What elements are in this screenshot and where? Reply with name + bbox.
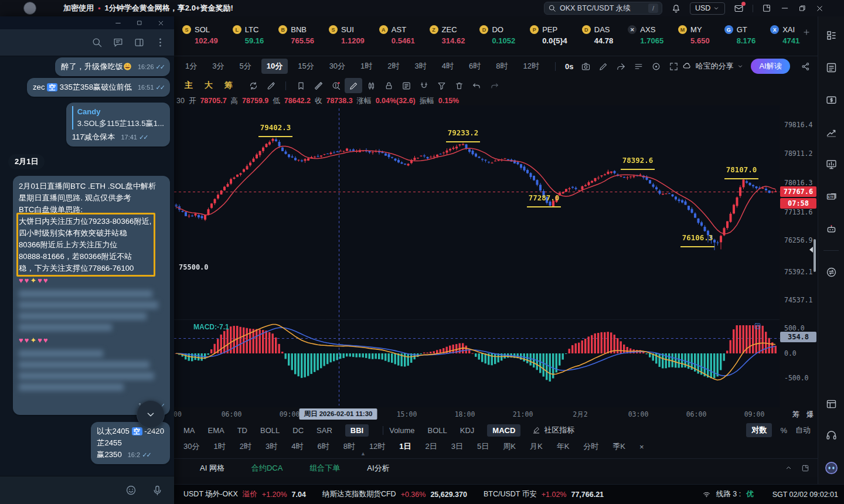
notifications-bell-icon[interactable] (671, 4, 681, 13)
indicator-DC[interactable]: DC (292, 426, 304, 435)
zoom-candle-icon[interactable] (327, 78, 345, 93)
popout-panel-icon[interactable] (801, 464, 809, 472)
chat-message[interactable]: Candy3.SOL多115芷113.5赢1...117减仓保本17:41 ✓✓ (66, 103, 170, 147)
scale-control-对数[interactable]: 对数 (746, 423, 772, 437)
sidebar-grid-icon[interactable] (825, 29, 838, 42)
chat-close-button[interactable] (157, 19, 165, 27)
sidebar-trend-icon[interactable] (825, 126, 838, 138)
sidebar-wallet-icon[interactable] (825, 94, 838, 106)
timeframe-5分[interactable]: 5分 (234, 59, 256, 74)
sub-indicator-MACD[interactable]: MACD (487, 424, 520, 437)
timeframe-3分[interactable]: 3分 (207, 59, 229, 74)
timeframe-4时[interactable]: 4时 (437, 59, 459, 74)
voice-message-icon[interactable] (151, 484, 164, 496)
period-分时[interactable]: 分时 (583, 441, 598, 452)
ticker-item[interactable]: DDO0.1052 (479, 25, 515, 47)
ticker-item[interactable]: AAST0.5461 (379, 25, 415, 47)
search-input[interactable]: OKX BTC/USDT 永续 / (544, 2, 662, 15)
edit-icon[interactable] (594, 59, 612, 74)
replay-icon[interactable] (244, 78, 262, 93)
indicator-EMA[interactable]: EMA (208, 426, 224, 435)
axis-scroll-handle[interactable] (814, 239, 816, 272)
bookmark-icon[interactable] (292, 78, 309, 93)
target-icon[interactable] (647, 59, 665, 74)
bottom-tab[interactable]: AI分析 (367, 463, 389, 474)
sidebar-support-icon[interactable] (825, 429, 838, 441)
minimize-button[interactable] (780, 4, 789, 13)
chart-tab-大[interactable]: 大 (205, 80, 213, 91)
currency-dropdown[interactable]: USD (690, 2, 725, 15)
list-icon[interactable] (629, 59, 647, 74)
sub-indicator-Volume[interactable]: Volume (389, 426, 414, 435)
reply-quote[interactable]: Candy3.SOL多115芷113.5赢1... (72, 106, 164, 130)
magnet-icon[interactable] (415, 78, 433, 93)
ticker-item[interactable]: MMY5.650 (678, 25, 710, 47)
chat-menu-icon[interactable] (155, 37, 166, 48)
timeframe-2时[interactable]: 2时 (382, 59, 404, 74)
chart-tab-筹[interactable]: 筹 (224, 80, 233, 91)
period-4时[interactable]: 4时 (291, 441, 303, 452)
fullscreen-icon[interactable] (665, 59, 682, 74)
note-icon[interactable] (397, 78, 415, 93)
period-年K[interactable]: 年K (557, 441, 570, 452)
scale-control-%[interactable]: % (780, 426, 787, 435)
period-1时[interactable]: 1时 (213, 441, 225, 452)
period-6时[interactable]: 6时 (317, 441, 329, 452)
sidebar-panel-icon[interactable] (825, 398, 838, 410)
announcement-text[interactable]: 1分钟学会黄金网格，享2.0+资金奖励! (105, 3, 233, 13)
scroll-to-bottom-button[interactable] (137, 400, 165, 428)
close-button[interactable] (815, 4, 824, 13)
axis-collapse-arrow-icon[interactable] (809, 247, 813, 253)
ticker-item[interactable]: SSUI1.1209 (329, 25, 365, 47)
axis-flag-爆[interactable]: 爆 (806, 410, 814, 420)
collapse-panel-icon[interactable] (784, 464, 793, 472)
chat-sidebar-toggle-icon[interactable] (134, 37, 145, 48)
indicator-MA[interactable]: MA (183, 426, 195, 435)
sidebar-etf-icon[interactable]: ETF (825, 190, 838, 203)
ticker-item[interactable]: SSOL102.49 (182, 25, 218, 47)
sub-indicator-KDJ[interactable]: KDJ (460, 426, 475, 435)
layout-mode-icon[interactable] (762, 4, 771, 13)
ruler-icon[interactable] (309, 78, 327, 93)
axis-flag-筹[interactable]: 筹 (792, 410, 800, 420)
period-3时[interactable]: 3时 (266, 441, 277, 452)
mail-icon[interactable] (734, 4, 744, 13)
ticker-item[interactable]: GGT8.176 (724, 25, 756, 47)
period-3日[interactable]: 3日 (451, 441, 463, 452)
bottom-tab[interactable]: 组合下单 (309, 463, 340, 474)
ticker-item[interactable]: ZZEC314.62 (430, 25, 465, 47)
period-8时[interactable]: 8时 (343, 441, 355, 452)
sub-indicator-BOLL[interactable]: BOLL (428, 426, 447, 435)
period-2日[interactable]: 2日 (426, 441, 437, 452)
period-月K[interactable]: 月K (530, 441, 543, 452)
chat-maximize-button[interactable] (136, 19, 143, 26)
share-menu-dropdown[interactable]: 哈宝的分享 (682, 61, 744, 71)
undo-icon[interactable] (468, 78, 485, 93)
period-5日[interactable]: 5日 (477, 441, 489, 452)
indicator-SAR[interactable]: SAR (316, 426, 332, 435)
chart-tab-主[interactable]: 主 (185, 80, 193, 91)
sidebar-robot-icon[interactable] (825, 223, 838, 235)
restore-button[interactable] (798, 4, 806, 12)
timeframe-6时[interactable]: 6时 (464, 59, 486, 74)
emoji-picker-icon[interactable] (125, 484, 137, 496)
chat-search-icon[interactable] (91, 37, 103, 48)
period-30分[interactable]: 30分 (183, 441, 199, 452)
delete-icon[interactable] (450, 78, 468, 93)
price-axis[interactable]: 79816.478911.278016.377131.676256.975392… (780, 105, 818, 407)
chat-input-bar[interactable] (0, 476, 174, 504)
period-周K[interactable]: 周K (503, 441, 516, 452)
timeframe-12时[interactable]: 12时 (518, 59, 544, 74)
chat-comments-icon[interactable] (113, 37, 124, 48)
timeframe-10分[interactable]: 10分 (261, 59, 288, 74)
brush-icon[interactable] (262, 78, 280, 93)
network-line-label[interactable]: 线路 3 : (716, 489, 741, 499)
ticker-item[interactable]: PPEP0.0{5}4 (530, 25, 567, 47)
ticker-item[interactable]: DDAS44.78 (582, 25, 614, 47)
ticker-item[interactable]: ✕AXS1.7065 (628, 25, 663, 47)
pattern-icon[interactable] (362, 78, 380, 93)
timeframe-1时[interactable]: 1时 (355, 59, 377, 74)
add-ticker-button[interactable] (800, 28, 818, 45)
scroll-up-hint-icon[interactable]: ▲ (360, 451, 366, 457)
ticker-item[interactable]: XXAI4741.8 (770, 25, 800, 47)
